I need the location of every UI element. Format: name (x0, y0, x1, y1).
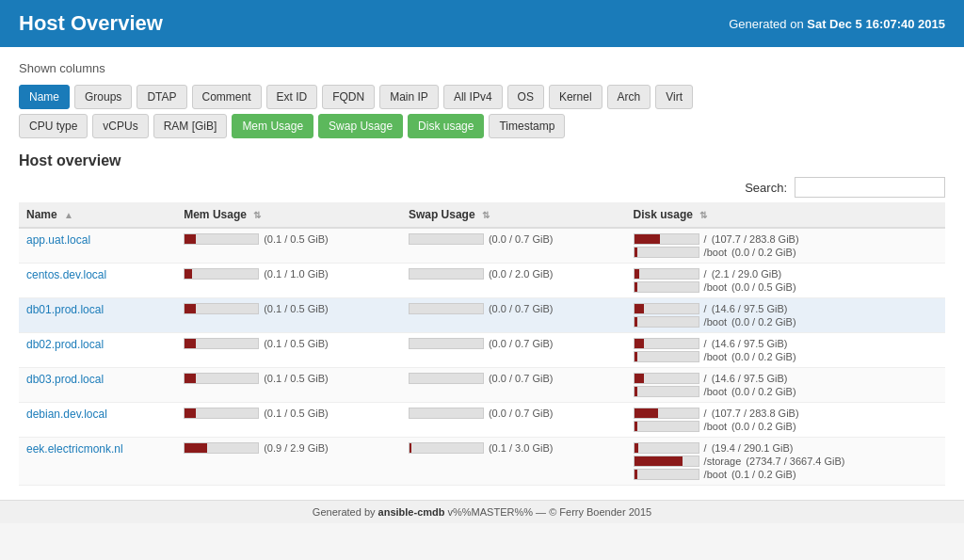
disk-usage-cell: / (107.7 / 283.8 GiB) /boot (0.0 / 0.2 G… (626, 228, 945, 264)
disk-path: /storage (704, 456, 742, 467)
mem-bar-inner (185, 374, 196, 383)
disk-label: (107.7 / 283.8 GiB) (712, 408, 799, 419)
generated-info: Generated on Sat Dec 5 16:07:40 2015 (729, 17, 945, 31)
table-body: app.uat.local (0.1 / 0.5 GiB) (0.0 / 0.7… (19, 228, 945, 486)
host-link[interactable]: eek.electricmonk.nl (26, 442, 123, 456)
host-name-cell: db02.prod.local (19, 333, 176, 368)
col-btn-memusage[interactable]: Mem Usage (232, 114, 313, 138)
host-overview-title: Host overview (19, 152, 945, 169)
col-btn-name[interactable]: Name (19, 85, 70, 109)
col-btn-mainip[interactable]: Main IP (379, 85, 439, 109)
col-btn-virt[interactable]: Virt (655, 85, 693, 109)
host-link[interactable]: app.uat.local (26, 233, 90, 247)
col-btn-os[interactable]: OS (507, 85, 544, 109)
disk-bar-inner (635, 443, 639, 453)
host-link[interactable]: db03.prod.local (26, 373, 104, 386)
col-btn-arch[interactable]: Arch (607, 85, 651, 109)
disk-bar-inner (635, 374, 644, 383)
footer-app: ansible-cmdb (378, 506, 445, 518)
disk-bar-inner (635, 408, 659, 418)
sort-icon-disk: ⇅ (699, 210, 707, 220)
disk-entry: / (107.7 / 283.8 GiB) (634, 233, 938, 245)
disk-label: (0.0 / 0.5 GiB) (731, 281, 795, 293)
disk-bar-inner (635, 456, 683, 466)
mem-bar-container: (0.1 / 0.5 GiB) (184, 338, 328, 349)
mem-bar-inner (185, 269, 192, 279)
mem-bar-outer (184, 338, 259, 349)
disk-path: /boot (704, 351, 727, 362)
swap-usage-cell: (0.0 / 0.7 GiB) (401, 403, 626, 438)
disk-path: / (704, 338, 707, 349)
col-btn-groups[interactable]: Groups (74, 85, 132, 109)
mem-bar-label: (0.1 / 0.5 GiB) (264, 303, 328, 314)
swap-bar-outer (409, 268, 484, 280)
header: Host Overview Generated on Sat Dec 5 16:… (0, 0, 964, 47)
disk-path: /boot (704, 386, 727, 397)
col-btn-comment[interactable]: Comment (192, 85, 262, 109)
disk-entries: / (14.6 / 97.5 GiB) /boot (0.0 / 0.2 GiB… (634, 303, 938, 328)
col-btn-extid[interactable]: Ext ID (266, 85, 318, 109)
col-btn-timestamp[interactable]: Timestamp (489, 114, 565, 138)
disk-bar-outer (634, 386, 699, 397)
host-name-cell: eek.electricmonk.nl (19, 438, 176, 486)
disk-bar-outer (634, 373, 699, 384)
swap-bar-outer (409, 373, 484, 384)
disk-label: (14.6 / 97.5 GiB) (712, 303, 788, 314)
mem-usage-cell: (0.9 / 2.9 GiB) (176, 438, 401, 486)
col-btn-vcpus[interactable]: vCPUs (92, 114, 148, 138)
disk-label: (0.0 / 0.2 GiB) (731, 316, 795, 328)
swap-bar-outer (409, 338, 484, 349)
host-name-cell: db01.prod.local (19, 298, 176, 333)
disk-entry: /boot (0.0 / 0.2 GiB) (634, 421, 938, 432)
table-row: centos.dev.local (0.1 / 1.0 GiB) (0.0 / … (19, 264, 945, 298)
swap-usage-cell: (0.0 / 2.0 GiB) (401, 264, 626, 298)
generated-label: Generated on (729, 17, 804, 31)
disk-path: /boot (704, 316, 727, 328)
col-btn-dtap[interactable]: DTAP (137, 85, 186, 109)
disk-path: / (704, 303, 707, 314)
swap-bar-label: (0.0 / 0.7 GiB) (489, 373, 553, 384)
disk-bar-outer (634, 316, 699, 328)
search-input[interactable] (795, 177, 945, 198)
sort-icon-name: ▲ (64, 210, 73, 220)
col-btn-allipv4[interactable]: All IPv4 (443, 85, 503, 109)
host-link[interactable]: debian.dev.local (26, 408, 107, 421)
disk-bar-outer (634, 247, 699, 258)
disk-bar-inner (635, 470, 637, 479)
table-row: app.uat.local (0.1 / 0.5 GiB) (0.0 / 0.7… (19, 228, 945, 264)
col-btn-cputype[interactable]: CPU type (19, 114, 88, 138)
search-bar: Search: (19, 177, 945, 198)
mem-bar-label: (0.1 / 0.5 GiB) (264, 338, 328, 349)
disk-entry: /boot (0.0 / 0.2 GiB) (634, 351, 938, 362)
disk-bar-outer (634, 233, 699, 245)
col-btn-ram[interactable]: RAM [GiB] (153, 114, 228, 138)
swap-bar-label: (0.0 / 0.7 GiB) (489, 338, 553, 349)
swap-bar-inner (410, 443, 411, 453)
disk-bar-inner (635, 317, 637, 327)
mem-bar-inner (185, 408, 196, 418)
disk-path: /boot (704, 421, 727, 432)
mem-usage-cell: (0.1 / 0.5 GiB) (176, 403, 401, 438)
disk-usage-cell: / (2.1 / 29.0 GiB) /boot (0.0 / 0.5 GiB) (626, 264, 945, 298)
disk-bar-outer (634, 469, 699, 480)
col-btn-diskusage[interactable]: Disk usage (408, 114, 484, 138)
host-link[interactable]: centos.dev.local (26, 268, 106, 281)
disk-entries: / (107.7 / 283.8 GiB) /boot (0.0 / 0.2 G… (634, 408, 938, 432)
disk-bar-inner (635, 339, 644, 348)
swap-bar-container: (0.0 / 0.7 GiB) (409, 303, 553, 314)
col-btn-swapusage[interactable]: Swap Usage (318, 114, 403, 138)
swap-bar-outer (409, 233, 484, 245)
footer-text: Generated by (313, 506, 378, 518)
disk-label: (0.0 / 0.2 GiB) (731, 247, 795, 258)
disk-usage-cell: / (107.7 / 283.8 GiB) /boot (0.0 / 0.2 G… (626, 403, 945, 438)
col-btn-kernel[interactable]: Kernel (549, 85, 602, 109)
disk-entries: / (2.1 / 29.0 GiB) /boot (0.0 / 0.5 GiB) (634, 268, 938, 293)
mem-bar-container: (0.1 / 0.5 GiB) (184, 303, 328, 314)
disk-bar-inner (635, 304, 644, 313)
host-link[interactable]: db01.prod.local (26, 303, 104, 316)
host-link[interactable]: db02.prod.local (26, 338, 104, 351)
table-row: eek.electricmonk.nl (0.9 / 2.9 GiB) (0.1… (19, 438, 945, 486)
col-btn-fqdn[interactable]: FQDN (322, 85, 375, 109)
table-row: db01.prod.local (0.1 / 0.5 GiB) (0.0 / 0… (19, 298, 945, 333)
disk-entries: / (14.6 / 97.5 GiB) /boot (0.0 / 0.2 GiB… (634, 373, 938, 397)
